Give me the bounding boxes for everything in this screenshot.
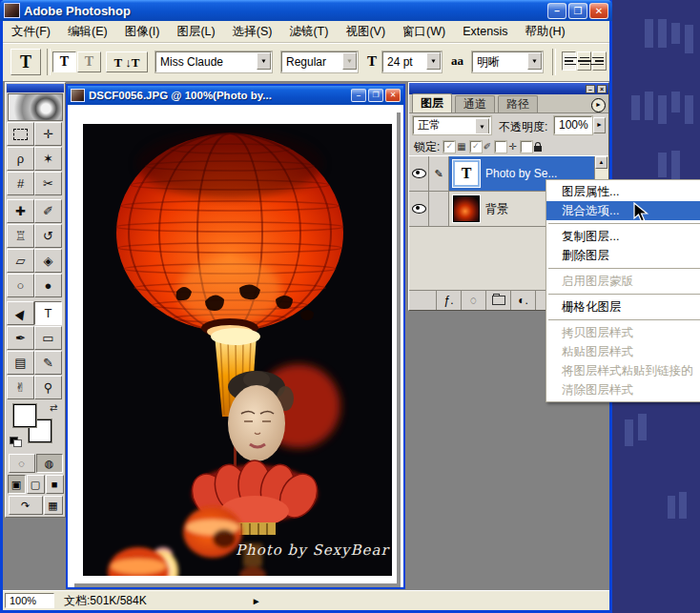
align-left-button[interactable] xyxy=(562,51,576,71)
lock-position[interactable]: ✛ xyxy=(495,141,516,153)
path-selection-tool[interactable]: ▶ xyxy=(7,301,34,325)
status-expand-icon[interactable]: ► xyxy=(252,596,261,606)
lock-all-checkbox[interactable] xyxy=(521,141,532,153)
maximize-button[interactable]: ❐ xyxy=(568,3,587,19)
zoom-tool[interactable]: ⚲ xyxy=(34,376,62,399)
context-menu-item-3[interactable]: 复制图层... xyxy=(546,227,700,246)
layer-visibility-toggle[interactable] xyxy=(409,192,429,226)
slice-tool[interactable]: ✂ xyxy=(34,172,62,195)
rectangular-marquee-tool[interactable] xyxy=(7,122,34,146)
swap-colors-icon[interactable]: ⇄ xyxy=(50,402,57,413)
layer-indicator-cell[interactable]: ✎ xyxy=(429,156,449,191)
tab-图层[interactable]: 图层 xyxy=(412,93,452,112)
menu-item-0[interactable]: 文件(F) xyxy=(3,21,59,43)
menu-item-8[interactable]: Extensis xyxy=(454,22,516,41)
standard-screen-button[interactable]: ▣ xyxy=(8,475,26,494)
jump-to-imageready-button[interactable]: ↷ xyxy=(9,496,43,515)
imageready-doc-button[interactable]: ▦ xyxy=(44,496,63,515)
zoom-level-input[interactable]: 100% xyxy=(5,593,54,608)
menu-item-6[interactable]: 视图(V) xyxy=(337,21,394,43)
palette-minimize-button[interactable]: – xyxy=(586,85,595,93)
lasso-tool[interactable]: ρ xyxy=(7,147,34,171)
menu-item-2[interactable]: 图像(I) xyxy=(116,21,169,43)
layer-thumbnail[interactable] xyxy=(453,195,480,222)
document-titlebar[interactable]: DSCF0056.JPG @ 100%(Photo by... – ❐ ✕ xyxy=(68,86,403,105)
opacity-input[interactable]: 100% xyxy=(554,116,592,134)
lock-position-checkbox[interactable] xyxy=(495,141,506,153)
horizontal-type-button[interactable]: T xyxy=(52,51,76,72)
quick-mask-mode-button[interactable]: ◍ xyxy=(36,454,63,473)
lock-transparency[interactable]: ✓▦ xyxy=(443,141,465,153)
magic-wand-tool[interactable]: ✶ xyxy=(34,147,62,171)
menu-item-1[interactable]: 编辑(E) xyxy=(59,21,116,43)
text-orientation-button[interactable]: T ↓T xyxy=(106,51,148,72)
tab-通道[interactable]: 通道 xyxy=(455,95,495,112)
toolbox-drag-bar[interactable] xyxy=(7,84,64,92)
lock-transparency-checkbox[interactable]: ✓ xyxy=(443,141,455,153)
tab-路径[interactable]: 路径 xyxy=(498,95,538,112)
doc-close-button[interactable]: ✕ xyxy=(385,89,401,102)
default-colors-icon[interactable] xyxy=(10,437,21,446)
palette-close-button[interactable]: × xyxy=(597,85,607,93)
menu-item-4[interactable]: 选择(S) xyxy=(224,21,281,43)
brush-tool[interactable]: ✐ xyxy=(34,199,62,223)
scroll-up-icon[interactable]: ▲ xyxy=(595,156,607,169)
healing-brush-tool[interactable]: ✚ xyxy=(7,199,34,223)
menu-item-3[interactable]: 图层(L) xyxy=(168,21,223,43)
history-brush-tool[interactable]: ↺ xyxy=(34,224,62,248)
tool-preset-picker[interactable]: T xyxy=(10,49,41,75)
dropdown-arrow-icon[interactable] xyxy=(527,52,542,70)
menu-item-7[interactable]: 窗口(W) xyxy=(394,21,454,43)
dodge-tool[interactable]: ● xyxy=(34,274,62,297)
align-center-button[interactable] xyxy=(577,51,591,71)
layer-indicator-cell[interactable] xyxy=(429,192,449,226)
move-tool[interactable]: ✛ xyxy=(34,122,62,146)
lock-image[interactable]: ✓✐ xyxy=(470,141,491,153)
blur-tool[interactable]: ○ xyxy=(7,274,34,297)
doc-maximize-button[interactable]: ❐ xyxy=(368,89,383,102)
clone-stamp-tool[interactable]: ♖ xyxy=(7,224,34,248)
canvas[interactable]: Photo by SexyBear xyxy=(71,109,397,583)
adjustment-layer-button[interactable]: ◐. xyxy=(511,291,536,310)
hand-tool[interactable]: ✌ xyxy=(7,376,34,399)
crop-tool[interactable]: # xyxy=(7,172,34,195)
blend-mode-select[interactable]: 正常 xyxy=(413,116,491,134)
layer-mask-button[interactable]: ◌ xyxy=(462,291,486,310)
fullscreen-menubar-button[interactable]: ▢ xyxy=(27,475,45,494)
lock-image-checkbox[interactable]: ✓ xyxy=(470,141,482,153)
foreground-color-swatch[interactable] xyxy=(13,404,36,427)
type-tool[interactable]: T xyxy=(34,301,62,325)
toolbox-banner-image[interactable] xyxy=(8,93,63,121)
doc-minimize-button[interactable]: – xyxy=(351,89,366,102)
app-titlebar[interactable]: Adobe Photoshop – ❐ ✕ xyxy=(0,0,612,21)
context-menu-item-1[interactable]: 混合选项... xyxy=(546,201,700,220)
photo-image[interactable]: Photo by SexyBear xyxy=(83,124,392,576)
close-button[interactable]: ✕ xyxy=(589,3,608,19)
align-right-button[interactable] xyxy=(592,51,607,71)
notes-tool[interactable]: ▤ xyxy=(7,351,34,375)
context-menu-item-4[interactable]: 删除图层 xyxy=(546,246,700,265)
menu-item-5[interactable]: 滤镜(T) xyxy=(280,21,337,43)
eyedropper-tool[interactable]: ✎ xyxy=(34,351,62,375)
layer-thumbnail[interactable]: T xyxy=(453,160,480,187)
standard-mode-button[interactable]: ◌ xyxy=(9,454,35,473)
gradient-tool[interactable]: ◈ xyxy=(34,249,62,273)
minimize-button[interactable]: – xyxy=(547,3,566,19)
new-layer-set-button[interactable] xyxy=(486,291,511,310)
context-menu-item-0[interactable]: 图层属性... xyxy=(546,182,700,201)
layer-style-button[interactable]: ƒ. xyxy=(437,291,462,310)
lock-all[interactable] xyxy=(521,141,542,153)
opacity-slider-arrow-icon[interactable] xyxy=(593,117,606,133)
shape-tool[interactable]: ▭ xyxy=(34,326,62,350)
dropdown-arrow-icon[interactable] xyxy=(257,52,271,70)
menu-item-9[interactable]: 帮助(H) xyxy=(516,21,573,43)
dropdown-arrow-icon[interactable] xyxy=(475,118,489,134)
dropdown-arrow-icon[interactable] xyxy=(342,52,357,70)
palette-menu-button[interactable] xyxy=(591,98,606,112)
dropdown-arrow-icon[interactable] xyxy=(426,52,441,70)
type-mask-button[interactable]: T xyxy=(77,51,101,72)
fullscreen-button[interactable]: ■ xyxy=(46,475,64,494)
eraser-tool[interactable]: ▱ xyxy=(7,249,34,273)
context-menu-item-8[interactable]: 栅格化图层 xyxy=(546,297,700,317)
layer-visibility-toggle[interactable] xyxy=(409,156,429,191)
